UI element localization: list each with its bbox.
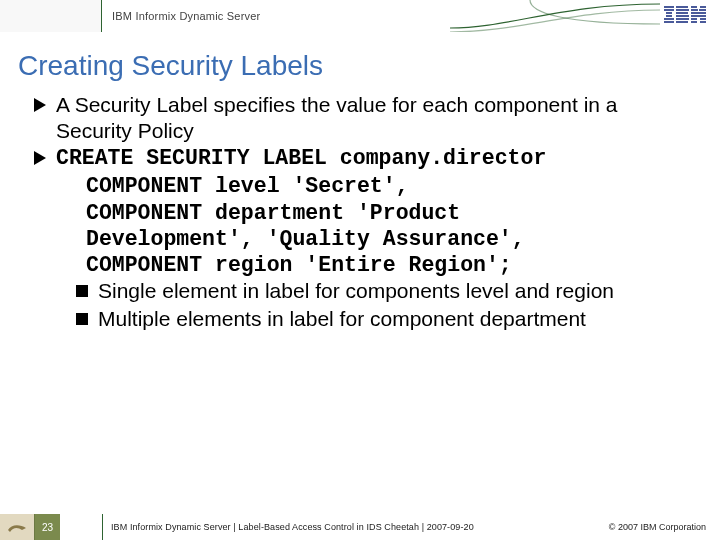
- svg-rect-19: [700, 18, 706, 20]
- sub-bullet-2-text: Multiple elements in label for component…: [98, 306, 696, 332]
- header-block: [0, 0, 102, 32]
- svg-rect-11: [676, 21, 688, 23]
- svg-rect-10: [676, 18, 689, 20]
- svg-rect-13: [700, 6, 706, 8]
- ibm-logo-icon: [664, 6, 706, 28]
- body: A Security Label specifies the value for…: [0, 92, 720, 514]
- header-left: IBM Informix Dynamic Server: [0, 0, 260, 32]
- square-bullet-icon: [76, 313, 88, 325]
- bullet-1-text: A Security Label specifies the value for…: [56, 92, 696, 143]
- svg-rect-4: [664, 18, 674, 20]
- triangle-bullet-icon: [34, 151, 46, 165]
- svg-rect-2: [666, 12, 672, 14]
- footer-text: IBM Informix Dynamic Server | Label-Base…: [111, 522, 474, 532]
- header: IBM Informix Dynamic Server: [0, 0, 720, 32]
- code-line: Development', 'Quality Assurance',: [86, 226, 696, 252]
- sub-bullet-2: Multiple elements in label for component…: [34, 306, 696, 332]
- header-title: IBM Informix Dynamic Server: [112, 10, 260, 22]
- svg-rect-15: [699, 9, 706, 11]
- code-line: COMPONENT department 'Product: [86, 200, 696, 226]
- square-bullet-icon: [76, 285, 88, 297]
- svg-rect-20: [691, 21, 697, 23]
- code-line: COMPONENT region 'Entire Region';: [86, 252, 696, 278]
- footer: 23 IBM Informix Dynamic Server | Label-B…: [0, 514, 720, 540]
- code-line: COMPONENT level 'Secret',: [86, 173, 696, 199]
- slide: IBM Informix Dynamic Server: [0, 0, 720, 540]
- svg-rect-0: [664, 6, 674, 8]
- page-number: 23: [34, 514, 60, 540]
- sub-bullet-1: Single element in label for components l…: [34, 278, 696, 304]
- footer-copyright: © 2007 IBM Corporation: [609, 522, 706, 532]
- lizard-icon: [6, 520, 28, 534]
- code-block: COMPONENT level 'Secret', COMPONENT depa…: [86, 173, 696, 278]
- footer-art: [0, 514, 34, 540]
- svg-rect-16: [691, 12, 706, 14]
- svg-rect-3: [666, 15, 672, 17]
- footer-separator: [102, 514, 103, 540]
- svg-rect-7: [676, 9, 689, 11]
- svg-rect-14: [691, 9, 698, 11]
- svg-rect-6: [676, 6, 688, 8]
- svg-rect-21: [700, 21, 706, 23]
- triangle-bullet-icon: [34, 98, 46, 112]
- svg-rect-12: [691, 6, 697, 8]
- bullet-1: A Security Label specifies the value for…: [34, 92, 696, 143]
- svg-rect-17: [691, 15, 706, 17]
- svg-rect-5: [664, 21, 674, 23]
- sub-bullet-1-text: Single element in label for components l…: [98, 278, 696, 304]
- page-title: Creating Security Labels: [0, 32, 720, 92]
- svg-rect-8: [676, 12, 688, 14]
- bullet-2-text: CREATE SECURITY LABEL company.director: [56, 145, 696, 171]
- bullet-2: CREATE SECURITY LABEL company.director: [34, 145, 696, 171]
- header-swoosh: [450, 0, 660, 32]
- svg-rect-9: [676, 15, 689, 17]
- svg-rect-1: [664, 9, 674, 11]
- svg-rect-18: [691, 18, 697, 20]
